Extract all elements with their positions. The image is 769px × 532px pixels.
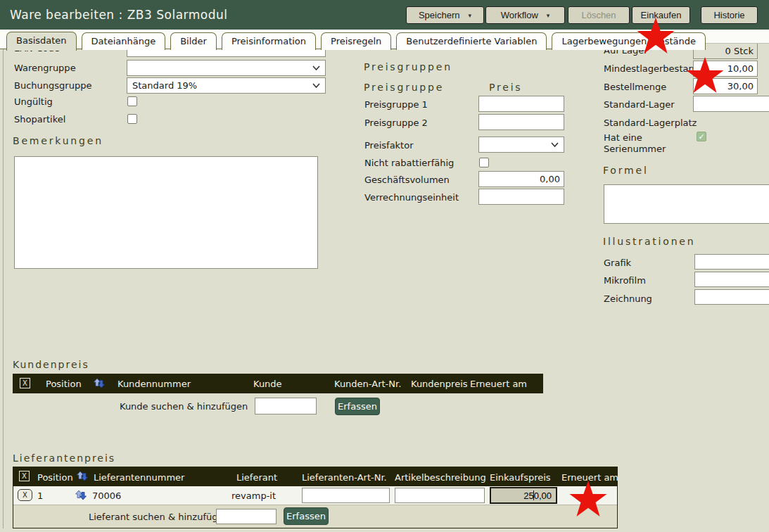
bestellmenge-label: Bestellmenge xyxy=(604,82,666,92)
delete-row-button[interactable]: X xyxy=(18,489,32,501)
column-lieferanten-art-nr: Lieferanten-Art-Nr. xyxy=(302,471,387,482)
column-einkaufspreis: Einkaufspreis xyxy=(490,471,551,482)
lieferant-suchen-label: Lieferant suchen & hinzufügen xyxy=(89,512,229,522)
kundenpreis-heading: Kundenpreis xyxy=(13,359,89,370)
column-position: Position xyxy=(37,471,73,482)
buchungsgruppe-select-value: Standard 19% xyxy=(132,80,197,91)
tab-benutzerdefinierte-variablen[interactable]: Benutzerdefinierte Variablen xyxy=(396,32,547,50)
tab-bar: Basisdaten Dateianhänge Bilder Preisinfo… xyxy=(0,30,706,50)
column-lieferantennummer: Lieferantennummer xyxy=(94,471,184,482)
row-position: 1 xyxy=(37,490,43,501)
tab-bilder[interactable]: Bilder xyxy=(170,32,217,50)
dropdown-arrow-icon: ▾ xyxy=(469,12,472,19)
sort-icon[interactable] xyxy=(75,490,87,503)
sort-icon[interactable] xyxy=(77,471,88,484)
tab-lagerbewegungen[interactable]: Lagerbewegungen/-bestände xyxy=(552,32,706,50)
text-caret xyxy=(533,490,534,500)
star-marker xyxy=(685,56,725,94)
table-row: X 1 70006 revamp-it xyxy=(13,486,617,505)
geschaeftsvolumen-input[interactable] xyxy=(478,171,564,187)
delete-all-icon[interactable]: X xyxy=(19,471,30,481)
nicht-rabattierfaehig-checkbox[interactable] xyxy=(479,158,489,167)
kunde-suchen-label: Kunde suchen & hinzufügen xyxy=(120,401,248,412)
preisgruppen-heading: Preisgruppen xyxy=(364,61,452,72)
seriennummer-checkbox[interactable]: ✓ xyxy=(697,132,706,141)
nicht-rabattierfaehig-label: Nicht rabattierfähig xyxy=(364,158,454,168)
sort-icon[interactable] xyxy=(94,378,105,391)
grafik-input[interactable] xyxy=(694,254,769,270)
tab-basisdaten[interactable]: Basisdaten xyxy=(6,32,77,51)
seriennummer-label: Hat eine Serienummer xyxy=(604,132,682,155)
shopartikel-label: Shopartikel xyxy=(14,114,65,125)
loeschen-button[interactable]: Löschen xyxy=(568,6,630,24)
row-lieferant: revamp-it xyxy=(231,490,276,501)
lieferantenpreis-table-header: X Position Lieferantennummer Lieferant L… xyxy=(13,467,617,486)
standard-lagerplatz-label: Standard-Lagerplatz xyxy=(604,118,697,128)
preis-column-heading: Preis xyxy=(489,82,522,93)
column-position: Position xyxy=(46,379,82,389)
formel-textarea[interactable] xyxy=(604,184,769,224)
shopartikel-checkbox[interactable] xyxy=(127,114,137,124)
preisfaktor-select[interactable] xyxy=(478,137,564,153)
bemerkungen-textarea[interactable] xyxy=(14,156,318,269)
geschaeftsvolumen-label: Geschäftsvolumen xyxy=(364,175,450,185)
zeichnung-input[interactable] xyxy=(694,289,769,305)
preisgruppe2-input[interactable] xyxy=(478,114,564,130)
column-kunde: Kunde xyxy=(253,379,282,389)
row-einkaufspreis-input[interactable] xyxy=(490,487,557,504)
check-icon: ✓ xyxy=(698,132,704,141)
lieferant-search-row: Lieferant suchen & hinzufügen Erfassen xyxy=(13,505,617,528)
form-border-line xyxy=(3,49,4,528)
workflow-button[interactable]: Workflow ▾ xyxy=(485,6,565,24)
row-artikelbeschreibung-input[interactable] xyxy=(395,488,485,503)
preisgruppe2-label: Preisgruppe 2 xyxy=(364,118,428,128)
verrechnungseinheit-label: Verrechnungseinheit xyxy=(364,192,459,203)
ungueltig-checkbox[interactable] xyxy=(127,96,137,106)
column-kundenpreis: Kundenpreis xyxy=(411,379,468,389)
chevron-down-icon xyxy=(551,142,559,147)
star-marker xyxy=(636,17,675,54)
kundenpreis-table-header: X Position Kundennummer Kunde Kunden-Art… xyxy=(13,374,543,393)
standard-lager-input[interactable] xyxy=(693,96,769,112)
row-lieferantennummer: 70006 xyxy=(92,490,121,501)
speichern-button[interactable]: Speichern ▾ xyxy=(406,6,484,24)
column-lieferant: Lieferant xyxy=(236,471,277,482)
ungueltig-label: Ungültig xyxy=(14,96,53,107)
lieferant-suchen-input[interactable] xyxy=(216,509,277,524)
column-kundennummer: Kundennummer xyxy=(117,379,191,389)
lieferantenpreis-table: X Position Lieferantennummer Lieferant L… xyxy=(13,467,618,528)
buchungsgruppe-select[interactable]: Standard 19% xyxy=(127,77,326,94)
zeichnung-label: Zeichnung xyxy=(604,293,652,304)
warengruppe-select[interactable] xyxy=(127,60,326,76)
bemerkungen-heading: Bemerkungen xyxy=(13,135,103,146)
tab-preisinformation[interactable]: Preisinformation xyxy=(222,32,316,50)
warengruppe-label: Warengruppe xyxy=(14,63,76,73)
mikrofilm-input[interactable] xyxy=(694,272,769,287)
tab-dateianhaenge[interactable]: Dateianhänge xyxy=(82,32,166,50)
mikrofilm-label: Mikrofilm xyxy=(604,275,646,286)
chevron-down-icon xyxy=(312,83,320,88)
lieferantenpreis-heading: Lieferantenpreis xyxy=(13,452,115,464)
column-kunden-art-nr: Kunden-Art-Nr. xyxy=(334,379,401,389)
chevron-down-icon xyxy=(312,65,320,70)
kunde-erfassen-button[interactable]: Erfassen xyxy=(335,398,380,415)
column-erneuert-am: Erneuert am xyxy=(470,379,527,389)
app-window: EAN-Code Warengruppe Buchungsgruppe Stan… xyxy=(0,0,769,532)
lieferant-erfassen-button[interactable]: Erfassen xyxy=(284,507,329,525)
tab-preisregeln[interactable]: Preisregeln xyxy=(321,32,391,50)
preisfaktor-label: Preisfaktor xyxy=(364,140,414,151)
kunde-suchen-input[interactable] xyxy=(255,398,317,414)
illustrationen-heading: Illustrationen xyxy=(603,236,695,247)
dropdown-arrow-icon: ▾ xyxy=(547,12,550,19)
preisgruppe1-input[interactable] xyxy=(478,96,564,112)
verrechnungseinheit-input[interactable] xyxy=(478,189,564,205)
speichern-label: Speichern xyxy=(419,10,460,20)
delete-all-icon[interactable]: X xyxy=(20,378,30,388)
star-marker xyxy=(568,480,608,517)
formel-heading: Formel xyxy=(603,165,649,176)
preisgruppe1-label: Preisgruppe 1 xyxy=(364,99,428,110)
preisgruppe-column-heading: Preisgruppe xyxy=(364,82,444,93)
historie-button[interactable]: Historie xyxy=(701,6,758,24)
grafik-label: Grafik xyxy=(604,258,631,268)
row-lieferanten-art-nr-input[interactable] xyxy=(302,488,390,503)
